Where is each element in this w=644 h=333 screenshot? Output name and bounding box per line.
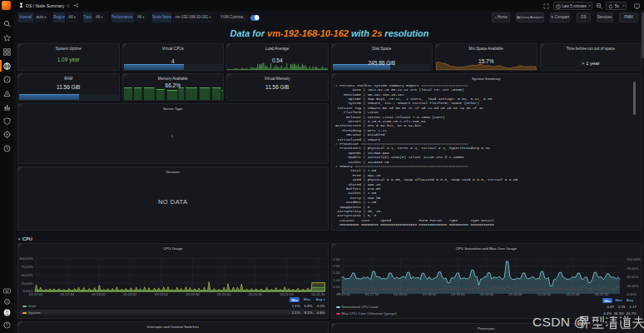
svg-text:50.00%: 50.00% [627,275,638,279]
svg-text:05:17:00: 05:17:00 [29,292,43,296]
svg-text:05:18:00: 05:18:00 [92,292,106,296]
svg-text:25.00%: 25.00% [627,284,638,288]
svg-text:05:19:00: 05:19:00 [155,292,169,296]
svg-text:0.00%: 0.00% [627,292,637,296]
svg-text:05:21:30: 05:21:30 [311,292,325,296]
svg-text:05:17:30: 05:17:30 [61,292,75,296]
svg-text:?: ? [6,322,8,327]
svg-text:2.50: 2.50 [333,257,340,261]
svg-text:2.00: 2.00 [333,264,340,268]
svg-text:0: 0 [6,300,8,304]
svg-text:05:19:30: 05:19:30 [186,292,200,296]
svg-text:1.00: 1.00 [333,278,340,282]
svg-text:75.00%: 75.00% [627,266,638,271]
svg-text:0.50: 0.50 [333,285,340,289]
svg-text:75.00%: 75.00% [21,265,32,269]
svg-text:05:20:00: 05:20:00 [217,292,231,296]
svg-text:1.50: 1.50 [333,271,340,275]
svg-text:100.00%: 100.00% [627,257,641,261]
svg-text:100.00%: 100.00% [19,256,33,261]
svg-text:05:21:00: 05:21:00 [280,292,294,296]
svg-text:50.00%: 50.00% [21,273,32,277]
svg-text:05:18:30: 05:18:30 [123,292,137,296]
svg-text:05:20:30: 05:20:30 [249,292,263,296]
svg-text:25.00%: 25.00% [21,281,32,286]
